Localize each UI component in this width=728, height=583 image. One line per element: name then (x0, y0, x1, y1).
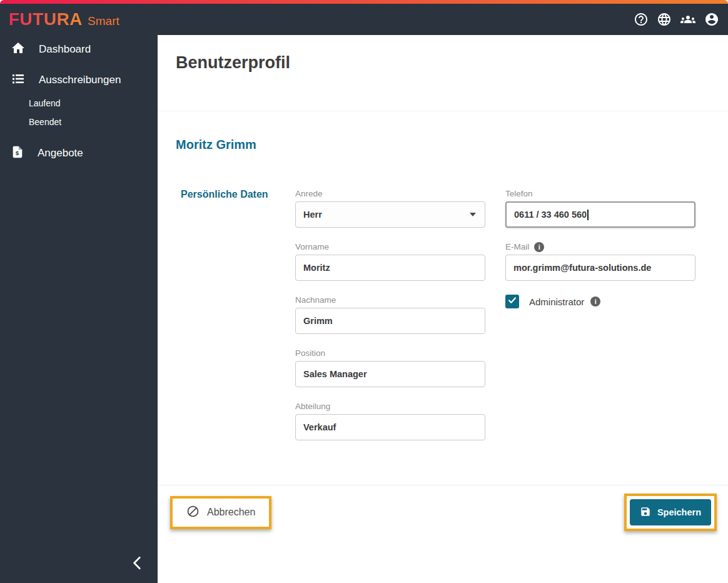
field-label-text: E-Mail (505, 241, 529, 252)
sidebar-subitem-label: Laufend (29, 98, 61, 108)
field-vorname: Vorname Moritz (295, 241, 485, 281)
cancel-button[interactable]: Abbrechen (173, 499, 269, 527)
account-icon[interactable] (704, 12, 719, 27)
sidebar-item-beendet[interactable]: Beendet (0, 113, 158, 131)
brand-name: FUTURA (9, 9, 83, 29)
list-icon (11, 71, 26, 89)
sidebar-item-laufend[interactable]: Laufend (0, 94, 158, 113)
profile-form: Persönliche Daten Anrede Herr Vorname Mo… (158, 188, 728, 454)
page-title: Benutzerprofil (176, 53, 728, 73)
administrator-row: Administrator (505, 295, 695, 308)
chevron-left-icon (129, 554, 146, 574)
form-column-right: Telefon 0611 / 33 460 560 E-Mail mor.gri… (505, 188, 695, 454)
sidebar-item-angebote[interactable]: $ Angebote (0, 139, 158, 168)
field-label: E-Mail (505, 241, 695, 252)
groups-icon[interactable] (680, 12, 696, 27)
sidebar-item-label: Ausschreibungen (39, 74, 121, 86)
check-icon (507, 295, 517, 308)
administrator-checkbox[interactable] (505, 295, 519, 308)
language-icon[interactable] (657, 12, 672, 27)
info-icon[interactable] (534, 242, 544, 252)
sidebar-item-dashboard[interactable]: Dashboard (0, 35, 158, 64)
field-label: Anrede (295, 188, 485, 199)
select-value: Herr (303, 210, 322, 220)
field-telefon: Telefon 0611 / 33 460 560 (505, 188, 695, 228)
block-icon (186, 505, 200, 520)
position-input[interactable]: Sales Manager (295, 361, 485, 387)
sidebar-item-label: Dashboard (39, 43, 91, 56)
anrede-select[interactable]: Herr (295, 201, 485, 228)
info-icon[interactable] (590, 297, 600, 307)
vorname-input[interactable]: Moritz (295, 255, 485, 281)
field-position: Position Sales Manager (295, 348, 485, 387)
telefon-input[interactable]: 0611 / 33 460 560 (505, 201, 695, 228)
save-icon (640, 506, 651, 519)
input-value: Moritz (303, 263, 330, 273)
sidebar-subitem-label: Beendet (29, 117, 61, 127)
field-anrede: Anrede Herr (295, 188, 485, 228)
help-icon[interactable] (634, 12, 649, 27)
cancel-highlight-box: Abbrechen (170, 496, 271, 529)
input-value: Verkauf (303, 422, 336, 432)
sidebar-item-label: Angebote (38, 147, 83, 160)
quote-icon: $ (11, 144, 24, 163)
field-email: E-Mail mor.grimm@futura-solutions.de (505, 241, 695, 281)
form-column-left: Anrede Herr Vorname Moritz Nachname (295, 188, 485, 454)
field-label: Position (295, 348, 485, 358)
field-abteilung: Abteilung Verkauf (295, 401, 485, 440)
action-bar: Abbrechen Speichern (158, 485, 728, 531)
chevron-down-icon (470, 213, 476, 216)
header-divider (158, 111, 728, 111)
section-column: Persönliche Daten (158, 188, 295, 454)
cancel-button-label: Abbrechen (207, 507, 255, 518)
nachname-input[interactable]: Grimm (295, 308, 485, 334)
field-label: Nachname (295, 295, 485, 305)
save-button-label: Speichern (657, 507, 701, 517)
administrator-label: Administrator (529, 297, 600, 307)
checkbox-label-text: Administrator (529, 297, 584, 307)
input-value: Grimm (303, 316, 333, 326)
user-name-heading: Moritz Grimm (176, 137, 728, 152)
abteilung-input[interactable]: Verkauf (295, 414, 485, 440)
svg-text:$: $ (16, 150, 19, 156)
brand-suffix: Smart (88, 14, 119, 28)
home-icon (11, 41, 26, 59)
field-label: Telefon (505, 188, 695, 199)
input-value: Sales Manager (303, 369, 367, 379)
save-highlight-box: Speichern (624, 494, 717, 531)
main-content: Benutzerprofil Moritz Grimm Persönliche … (158, 35, 728, 583)
save-button[interactable]: Speichern (630, 499, 711, 525)
section-title: Persönliche Daten (181, 188, 295, 201)
field-label: Abteilung (295, 401, 485, 412)
app-window: FUTURA Smart Dashboard Ausschreibungen L… (0, 0, 728, 583)
email-input[interactable]: mor.grimm@futura-solutions.de (505, 255, 695, 281)
input-value: 0611 / 33 460 560 (514, 210, 587, 220)
input-value: mor.grimm@futura-solutions.de (513, 263, 651, 273)
topbar-icons (634, 12, 719, 27)
brand-logo: FUTURA Smart (9, 9, 119, 29)
sidebar-item-ausschreibungen[interactable]: Ausschreibungen (0, 66, 158, 94)
sidebar-collapse-button[interactable] (126, 553, 149, 575)
field-nachname: Nachname Grimm (295, 295, 485, 334)
sidebar: Dashboard Ausschreibungen Laufend Beende… (0, 35, 158, 583)
field-label: Vorname (295, 241, 485, 252)
text-cursor (587, 210, 589, 220)
app-bar: FUTURA Smart (0, 4, 728, 35)
